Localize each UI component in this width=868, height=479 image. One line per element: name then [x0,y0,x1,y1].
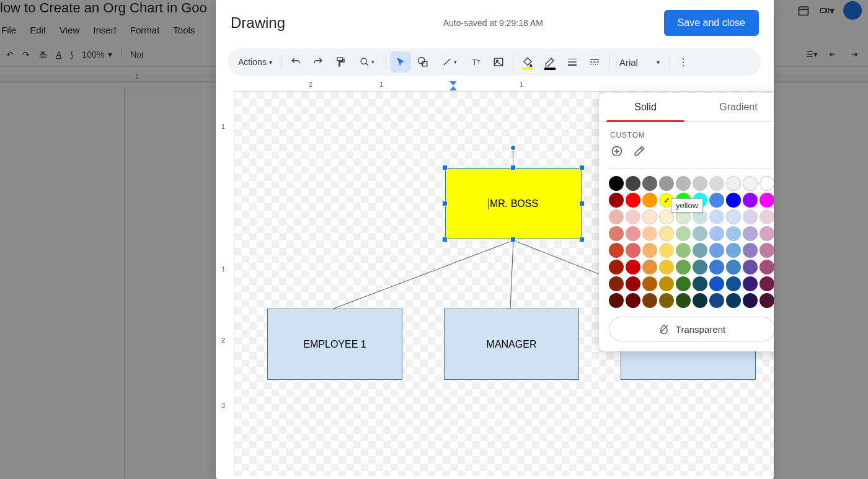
handle-s[interactable] [510,237,516,242]
color-swatch[interactable] [676,176,691,191]
actions-menu[interactable]: Actions▾ [233,57,277,67]
line-tool[interactable]: ▾ [435,51,464,73]
undo-icon[interactable] [285,51,306,73]
text-tool[interactable]: TT [466,51,487,73]
transparent-button[interactable]: Transparent [609,317,774,341]
color-swatch[interactable] [659,276,674,291]
tab-solid[interactable]: Solid [599,93,692,121]
color-swatch[interactable] [676,243,691,258]
color-swatch[interactable] [709,293,724,308]
shape-employee1[interactable]: EMPLOYEE 1 [267,309,402,380]
color-swatch[interactable] [726,293,741,308]
indent-marker-icon[interactable] [449,81,458,93]
color-swatch[interactable] [659,293,674,308]
paint-format-icon[interactable] [330,51,351,73]
color-swatch[interactable] [726,176,741,191]
color-swatch[interactable] [693,176,707,191]
color-swatch[interactable] [626,243,640,258]
add-custom-color-icon[interactable] [610,144,624,158]
tab-gradient[interactable]: Gradient [692,93,774,121]
handle-nw[interactable] [442,165,448,170]
color-swatch[interactable] [609,243,624,258]
color-swatch[interactable] [693,276,707,291]
save-and-close-button[interactable]: Save and close [664,10,759,36]
color-swatch[interactable] [642,176,657,191]
shape-tool[interactable] [412,51,433,73]
border-dash-button[interactable] [584,51,605,73]
color-swatch[interactable] [642,209,657,224]
drawing-canvas[interactable]: MR. BOSS EMPLOYEE 1 MANAGER EMPLOYEE 2 S… [234,92,774,476]
color-swatch[interactable] [709,176,724,191]
font-select[interactable]: Arial▾ [613,57,666,68]
color-swatch[interactable] [693,293,707,308]
color-swatch[interactable] [659,260,674,275]
color-swatch[interactable] [642,226,657,241]
color-swatch[interactable] [642,243,657,258]
color-swatch[interactable] [609,293,624,308]
color-swatch[interactable] [743,193,758,208]
color-swatch[interactable] [609,226,624,241]
border-weight-button[interactable] [562,51,583,73]
color-swatch[interactable] [743,293,758,308]
handle-se[interactable] [579,237,585,242]
color-swatch[interactable] [760,260,774,275]
color-swatch[interactable] [693,226,707,241]
color-swatch[interactable] [609,193,624,208]
handle-e[interactable] [579,201,585,206]
color-swatch[interactable] [609,176,624,191]
color-swatch[interactable] [642,293,657,308]
border-color-button[interactable] [539,51,560,73]
color-swatch[interactable] [743,176,758,191]
color-swatch[interactable] [693,243,707,258]
handle-ne[interactable] [579,165,585,170]
handle-sw[interactable] [442,237,448,242]
color-swatch[interactable] [760,176,774,191]
color-swatch[interactable] [709,276,724,291]
color-swatch[interactable] [626,193,640,208]
color-swatch[interactable] [626,176,640,191]
color-swatch[interactable] [760,226,774,241]
color-swatch[interactable] [626,209,640,224]
color-swatch[interactable] [709,193,724,208]
color-swatch[interactable] [676,260,691,275]
color-swatch[interactable] [709,260,724,275]
color-swatch[interactable] [609,260,624,275]
color-swatch[interactable] [709,243,724,258]
color-swatch[interactable] [659,176,674,191]
color-swatch[interactable] [726,209,741,224]
color-swatch[interactable] [726,226,741,241]
color-swatch[interactable] [760,293,774,308]
color-swatch[interactable] [626,293,640,308]
color-swatch[interactable] [726,243,741,258]
redo-icon[interactable] [308,51,329,73]
select-tool[interactable] [390,51,411,73]
color-swatch[interactable] [642,260,657,275]
color-swatch[interactable] [609,276,624,291]
more-options-icon[interactable]: ⋮ [674,56,693,68]
color-swatch[interactable] [659,243,674,258]
color-swatch[interactable] [626,226,640,241]
color-swatch[interactable] [709,209,724,224]
color-swatch[interactable] [760,276,774,291]
shape-boss[interactable]: MR. BOSS [445,168,582,239]
color-swatch[interactable] [743,243,758,258]
color-swatch[interactable] [743,226,758,241]
color-swatch[interactable] [726,193,741,208]
handle-w[interactable] [442,201,448,206]
color-swatch[interactable] [743,276,758,291]
color-swatch[interactable] [642,276,657,291]
color-swatch[interactable] [760,193,774,208]
color-swatch[interactable] [726,260,741,275]
color-swatch[interactable] [626,260,640,275]
color-swatch[interactable] [609,209,624,224]
fill-color-button[interactable] [517,51,538,73]
eyedropper-icon[interactable] [632,144,646,158]
color-swatch[interactable] [676,226,691,241]
color-swatch[interactable] [709,226,724,241]
rotation-handle[interactable] [510,145,516,151]
color-swatch[interactable] [659,226,674,241]
color-swatch[interactable] [760,243,774,258]
shape-manager[interactable]: MANAGER [444,309,579,380]
color-swatch[interactable] [743,260,758,275]
color-swatch[interactable] [743,209,758,224]
